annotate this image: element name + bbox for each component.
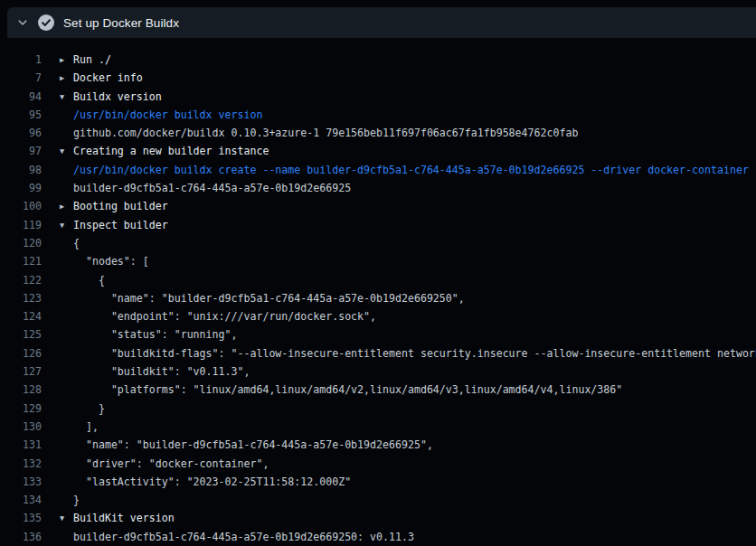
line-number[interactable]: 123 — [0, 289, 42, 307]
log-line-text: Run ./ — [73, 51, 111, 69]
indent-spacer — [60, 436, 73, 454]
log-line-text: Booting builder — [73, 197, 168, 215]
log-line-text: github.com/docker/buildx 0.10.3+azure-1 … — [73, 124, 578, 142]
line-number[interactable]: 7 — [0, 69, 42, 87]
log-line[interactable]: 94 ▼ Buildx version — [0, 88, 756, 106]
group-collapsed-triangle-icon[interactable]: ▶ — [60, 197, 73, 215]
log-line-text: "name": "builder-d9cfb5a1-c764-445a-a57e… — [73, 436, 433, 454]
log-line-text: { — [73, 271, 105, 289]
indent-spacer — [60, 325, 73, 344]
line-number[interactable]: 135 — [0, 509, 42, 527]
indent-spacer — [60, 400, 73, 418]
line-number[interactable]: 130 — [0, 418, 42, 436]
log-line-text: "buildkitd-flags": "--allow-insecure-ent… — [73, 344, 756, 362]
log-line: 122 { — [0, 271, 756, 289]
line-number[interactable]: 125 — [0, 325, 42, 344]
log-line-text: Docker info — [73, 69, 143, 87]
group-collapsed-triangle-icon[interactable]: ▶ — [60, 69, 73, 87]
indent-spacer — [60, 491, 73, 509]
line-number[interactable]: 129 — [0, 400, 42, 418]
log-line: 129 } — [0, 400, 756, 418]
group-expanded-triangle-icon[interactable]: ▼ — [60, 88, 73, 106]
line-number[interactable]: 133 — [0, 473, 42, 491]
line-number[interactable]: 119 — [0, 216, 42, 234]
indent-spacer — [60, 418, 73, 436]
log-line-text: Buildx version — [73, 88, 162, 106]
line-number[interactable]: 99 — [0, 179, 42, 197]
indent-spacer — [60, 179, 73, 197]
line-number[interactable]: 96 — [0, 124, 42, 142]
line-number[interactable]: 100 — [0, 197, 42, 215]
line-number[interactable]: 1 — [0, 51, 42, 69]
line-number[interactable]: 120 — [0, 234, 42, 252]
log-line-text: "buildkit": "v0.11.3", — [73, 362, 250, 381]
log-line[interactable]: 135 ▼ BuildKit version — [0, 509, 756, 527]
indent-spacer — [60, 381, 73, 399]
log-line: 99 builder-d9cfb5a1-c764-445a-a57e-0b19d… — [0, 179, 756, 197]
check-circle-icon — [38, 14, 54, 31]
log-lines: 1 ▶ Run ./ 7 ▶ Docker info 94 ▼ Buildx v… — [0, 38, 756, 546]
log-line: 96 github.com/docker/buildx 0.10.3+azure… — [0, 124, 756, 142]
indent-spacer — [60, 161, 73, 179]
log-line[interactable]: 1 ▶ Run ./ — [0, 51, 756, 69]
indent-spacer — [60, 252, 73, 270]
log-line: 121 "nodes": [ — [0, 252, 756, 270]
log-line: 136 builder-d9cfb5a1-c764-445a-a57e-0b19… — [0, 528, 756, 546]
log-line: 130 ], — [0, 418, 756, 436]
log-line: 98 /usr/bin/docker buildx create --name … — [0, 161, 756, 179]
line-number[interactable]: 122 — [0, 271, 42, 289]
group-expanded-triangle-icon[interactable]: ▼ — [60, 216, 73, 234]
indent-spacer — [60, 106, 73, 124]
line-number[interactable]: 124 — [0, 307, 42, 325]
line-number[interactable]: 127 — [0, 362, 42, 381]
line-number[interactable]: 95 — [0, 106, 42, 124]
log-line-text: "driver": "docker-container", — [73, 455, 269, 473]
log-line: 128 "platforms": "linux/amd64,linux/amd6… — [0, 381, 756, 399]
group-collapsed-triangle-icon[interactable]: ▶ — [60, 51, 73, 69]
group-expanded-triangle-icon[interactable]: ▼ — [60, 142, 73, 160]
line-number[interactable]: 134 — [0, 491, 42, 509]
indent-spacer — [60, 234, 73, 252]
indent-spacer — [60, 455, 73, 473]
log-line: 127 "buildkit": "v0.11.3", — [0, 362, 756, 381]
indent-spacer — [60, 344, 73, 362]
log-line-text: builder-d9cfb5a1-c764-445a-a57e-0b19d2e6… — [73, 528, 414, 546]
line-number[interactable]: 136 — [0, 528, 42, 546]
log-line-text: "status": "running", — [73, 325, 237, 344]
indent-spacer — [60, 528, 73, 546]
indent-spacer — [60, 473, 73, 491]
log-line-text: builder-d9cfb5a1-c764-445a-a57e-0b19d2e6… — [73, 179, 351, 197]
indent-spacer — [60, 307, 73, 325]
indent-spacer — [60, 124, 73, 142]
indent-spacer — [60, 271, 73, 289]
line-number[interactable]: 131 — [0, 436, 42, 454]
log-line-text: Creating a new builder instance — [73, 142, 269, 160]
step-header[interactable]: Set up Docker Buildx — [7, 7, 756, 38]
log-line: 120 { — [0, 234, 756, 252]
log-line[interactable]: 119 ▼ Inspect builder — [0, 216, 756, 234]
log-line: 95 /usr/bin/docker buildx version — [0, 106, 756, 124]
line-number[interactable]: 121 — [0, 252, 42, 270]
log-line[interactable]: 97 ▼ Creating a new builder instance — [0, 142, 756, 160]
log-line-text: "lastActivity": "2023-02-25T11:58:12.000… — [73, 473, 351, 491]
chevron-down-icon[interactable] — [17, 17, 28, 28]
log-line[interactable]: 7 ▶ Docker info — [0, 69, 756, 87]
log-line-text: ], — [73, 418, 99, 436]
line-number[interactable]: 128 — [0, 381, 42, 399]
log-line-text: } — [73, 400, 105, 418]
log-line: 126 "buildkitd-flags": "--allow-insecure… — [0, 344, 756, 362]
log-line-text: /usr/bin/docker buildx version — [73, 106, 262, 124]
log-line-text: "platforms": "linux/amd64,linux/amd64/v2… — [73, 381, 622, 399]
line-number[interactable]: 97 — [0, 142, 42, 160]
line-number[interactable]: 94 — [0, 88, 42, 106]
indent-spacer — [60, 289, 73, 307]
log-line[interactable]: 100 ▶ Booting builder — [0, 197, 756, 215]
step-title: Set up Docker Buildx — [63, 16, 179, 30]
line-number[interactable]: 126 — [0, 344, 42, 362]
group-expanded-triangle-icon[interactable]: ▼ — [60, 509, 73, 527]
line-number[interactable]: 98 — [0, 161, 42, 179]
log-line: 124 "endpoint": "unix:///var/run/docker.… — [0, 307, 756, 325]
line-number[interactable]: 132 — [0, 455, 42, 473]
log-line-text: "name": "builder-d9cfb5a1-c764-445a-a57e… — [73, 289, 465, 307]
log-line-text: "nodes": [ — [73, 252, 149, 270]
